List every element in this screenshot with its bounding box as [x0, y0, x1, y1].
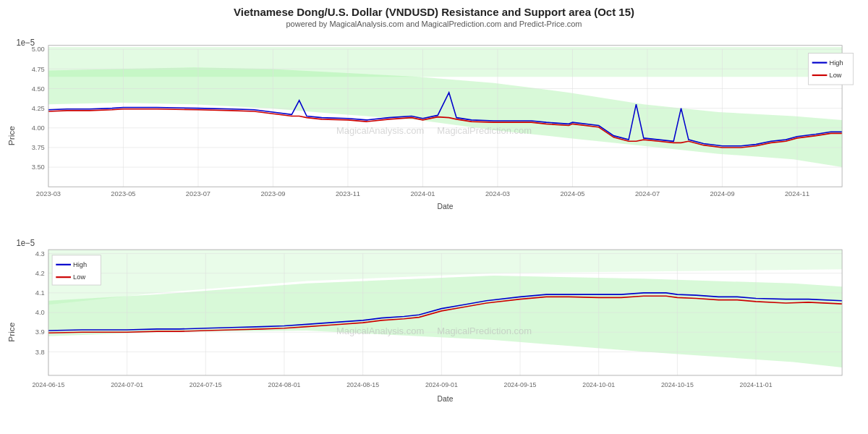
chart2-legend-high: High [73, 260, 87, 268]
svg-text:2023-03: 2023-03 [36, 190, 61, 197]
svg-text:2024-07-01: 2024-07-01 [111, 381, 143, 388]
chart1-ylabel: Price [7, 126, 16, 145]
svg-text:2024-03: 2024-03 [485, 190, 510, 197]
chart2-svg: 1e−5 Price 4.3 4.2 4.1 4.0 [7, 230, 861, 430]
svg-text:2024-08-15: 2024-08-15 [346, 381, 379, 388]
chart1-svg: 1e−5 Price 5.00 4.75 4.50 [7, 30, 861, 230]
svg-text:2024-05: 2024-05 [560, 190, 584, 197]
svg-text:4.1: 4.1 [35, 289, 45, 297]
main-title: Vietnamese Dong/U.S. Dollar (VNDUSD) Res… [0, 6, 868, 18]
title-area: Vietnamese Dong/U.S. Dollar (VNDUSD) Res… [0, 0, 868, 30]
svg-text:2023-11: 2023-11 [336, 190, 360, 197]
chart2-legend-low: Low [73, 273, 85, 281]
svg-text:2024-11-01: 2024-11-01 [740, 381, 773, 388]
svg-text:2024-10-01: 2024-10-01 [582, 381, 615, 388]
chart2-ylabel: Price [7, 323, 16, 342]
svg-text:4.0: 4.0 [35, 308, 45, 316]
svg-text:4.50: 4.50 [32, 85, 45, 93]
svg-text:2023-05: 2023-05 [111, 190, 135, 197]
svg-text:3.8: 3.8 [35, 347, 45, 355]
svg-text:2024-09: 2024-09 [710, 190, 734, 197]
subtitle: powered by MagicalAnalysis.com and Magic… [0, 20, 868, 28]
chart2-xlabel: Date [438, 394, 454, 403]
svg-text:3.75: 3.75 [32, 143, 45, 151]
page-container: Vietnamese Dong/U.S. Dollar (VNDUSD) Res… [0, 0, 868, 434]
chart1-xlabel: Date [438, 201, 454, 210]
svg-text:2024-07-15: 2024-07-15 [190, 381, 222, 388]
svg-text:3.50: 3.50 [32, 163, 45, 171]
svg-text:4.00: 4.00 [32, 124, 45, 132]
chart1-wrapper: MagicalAnalysis.com MagicalPrediction.co… [7, 30, 861, 230]
svg-text:4.2: 4.2 [35, 269, 45, 277]
chart1-legend-low: Low [830, 71, 842, 79]
svg-text:4.25: 4.25 [32, 104, 45, 112]
svg-text:2024-07: 2024-07 [635, 190, 660, 197]
chart2-yunit: 1e−5 [16, 237, 35, 247]
svg-text:2024-09-15: 2024-09-15 [504, 381, 537, 388]
svg-text:2024-11: 2024-11 [785, 190, 809, 197]
svg-text:2023-07: 2023-07 [186, 190, 210, 197]
svg-text:5.00: 5.00 [32, 45, 45, 53]
svg-text:4.75: 4.75 [32, 64, 45, 72]
svg-text:2024-06-15: 2024-06-15 [32, 381, 64, 388]
svg-text:2024-10-15: 2024-10-15 [661, 381, 694, 388]
chart1-legend-high: High [830, 59, 843, 67]
svg-text:2024-09-01: 2024-09-01 [425, 381, 458, 388]
charts-area: MagicalAnalysis.com MagicalPrediction.co… [0, 30, 868, 434]
svg-text:4.3: 4.3 [35, 250, 45, 258]
svg-text:2024-01: 2024-01 [410, 190, 435, 197]
svg-text:2024-08-01: 2024-08-01 [268, 381, 301, 388]
svg-text:3.9: 3.9 [35, 328, 45, 336]
chart2-wrapper: MagicalAnalysis.com MagicalPrediction.co… [7, 230, 861, 430]
svg-text:2023-09: 2023-09 [260, 190, 285, 197]
